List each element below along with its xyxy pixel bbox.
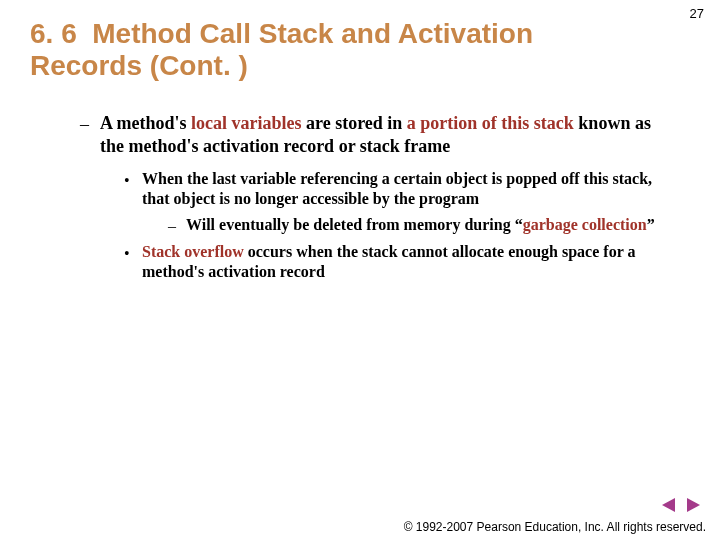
bullet-level1: – A method's local variables are stored … [80, 112, 670, 157]
copyright-footer: © 1992-2007 Pearson Education, Inc. All … [0, 520, 706, 534]
section-number: 6. 6 [30, 18, 77, 49]
next-button[interactable] [684, 496, 702, 514]
l3-pre: Will eventually be deleted from memory d… [186, 216, 523, 233]
svg-marker-1 [687, 498, 700, 512]
l3-post: ” [647, 216, 655, 233]
dot-bullet-icon: • [124, 242, 142, 282]
triangle-right-icon [684, 496, 702, 514]
slide: 27 6. 6 Method Call Stack and Activation… [0, 0, 720, 540]
svg-marker-0 [662, 498, 675, 512]
bullet-level3: – Will eventually be deleted from memory… [168, 215, 670, 236]
page-number: 27 [690, 6, 704, 21]
l1-em1: local variables [191, 113, 302, 133]
l3-em: garbage collection [523, 216, 647, 233]
l1-mid: are stored in [302, 113, 407, 133]
l1-pre: A method's [100, 113, 191, 133]
bullet-level2: • Stack overflow occurs when the stack c… [124, 242, 670, 282]
prev-button[interactable] [660, 496, 678, 514]
level2a-text: When the last variable referencing a cer… [142, 169, 670, 209]
triangle-left-icon [660, 496, 678, 514]
dot-bullet-icon: • [124, 169, 142, 209]
nav-buttons [660, 496, 702, 514]
body-text: – A method's local variables are stored … [30, 112, 690, 282]
l2b-em: Stack overflow [142, 243, 244, 260]
dash-bullet-icon: – [80, 112, 100, 157]
l1-em2: a portion of this stack [407, 113, 574, 133]
title-text: Method Call Stack and Activation Records… [30, 18, 533, 81]
level2b-text: Stack overflow occurs when the stack can… [142, 242, 670, 282]
level3-text: Will eventually be deleted from memory d… [186, 215, 670, 236]
bullet-level2: • When the last variable referencing a c… [124, 169, 670, 209]
level1-text: A method's local variables are stored in… [100, 112, 670, 157]
slide-title: 6. 6 Method Call Stack and Activation Re… [30, 18, 690, 82]
dash-bullet-icon: – [168, 215, 186, 236]
